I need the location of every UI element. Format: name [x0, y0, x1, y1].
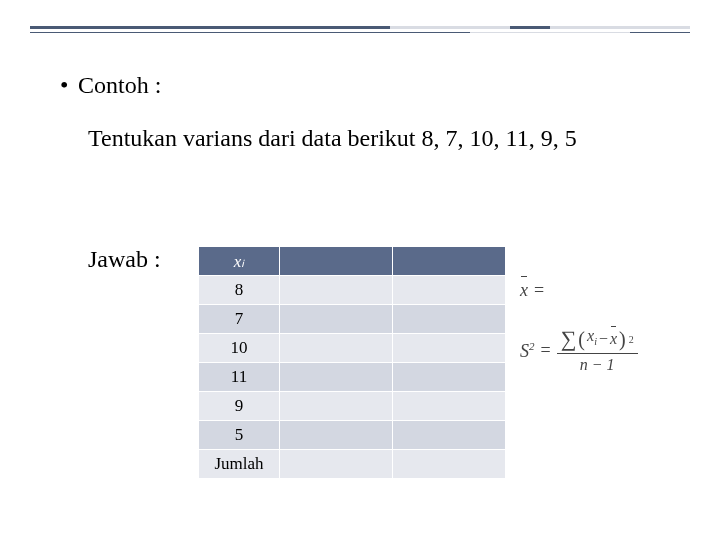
cell-blank	[280, 450, 393, 479]
answer-label: Jawab :	[88, 246, 161, 272]
fraction: ∑ ( xi − x )2 n − 1	[557, 327, 638, 374]
mean-formula: x =	[520, 280, 638, 301]
cell-xi: 9	[199, 392, 280, 421]
decorative-rule	[30, 26, 690, 36]
cell-xi: 5	[199, 421, 280, 450]
variance-table: xᵢ 8 7 10 11 9 5 Jumlah	[198, 246, 506, 479]
table-row: 11	[199, 363, 506, 392]
formula-block: x = S2 = ∑ ( xi − x )2 n − 1	[520, 280, 638, 374]
table-row: 9	[199, 392, 506, 421]
cell-blank	[393, 276, 506, 305]
table-row: 7	[199, 305, 506, 334]
table-header-col2	[280, 247, 393, 276]
denominator: n − 1	[580, 354, 615, 374]
equals: =	[541, 340, 551, 361]
table-header-row: xᵢ	[199, 247, 506, 276]
sigma-icon: ∑	[561, 328, 577, 350]
cell-xi: 11	[199, 363, 280, 392]
question-text: Tentukan varians dari data berikut 8, 7,…	[88, 116, 680, 162]
cell-blank	[393, 334, 506, 363]
cell-xi: 7	[199, 305, 280, 334]
table-header-col3	[393, 247, 506, 276]
variance-formula: S2 = ∑ ( xi − x )2 n − 1	[520, 327, 638, 374]
cell-blank	[280, 334, 393, 363]
bullet-label: Contoh :	[78, 72, 161, 98]
cell-blank	[393, 305, 506, 334]
cell-blank	[280, 305, 393, 334]
cell-blank	[280, 421, 393, 450]
cell-blank	[393, 450, 506, 479]
cell-blank	[393, 392, 506, 421]
table-row: 8	[199, 276, 506, 305]
xbar-symbol: x	[610, 330, 617, 348]
table-header-xi: xᵢ	[199, 247, 280, 276]
content-area: •Contoh : Tentukan varians dari data ber…	[60, 66, 680, 162]
table-row: 5	[199, 421, 506, 450]
cell-blank	[280, 363, 393, 392]
bullet-contoh: •Contoh :	[60, 66, 680, 104]
xbar-symbol: x	[520, 280, 528, 301]
cell-total-label: Jumlah	[199, 450, 280, 479]
slide: •Contoh : Tentukan varians dari data ber…	[0, 0, 720, 540]
cell-xi: 8	[199, 276, 280, 305]
cell-blank	[393, 421, 506, 450]
cell-xi: 10	[199, 334, 280, 363]
table-row: 10	[199, 334, 506, 363]
equals: =	[534, 280, 544, 301]
s-squared: S2	[520, 340, 535, 362]
cell-blank	[280, 276, 393, 305]
table-row-total: Jumlah	[199, 450, 506, 479]
cell-blank	[280, 392, 393, 421]
cell-blank	[393, 363, 506, 392]
numerator: ∑ ( xi − x )2	[557, 327, 638, 354]
